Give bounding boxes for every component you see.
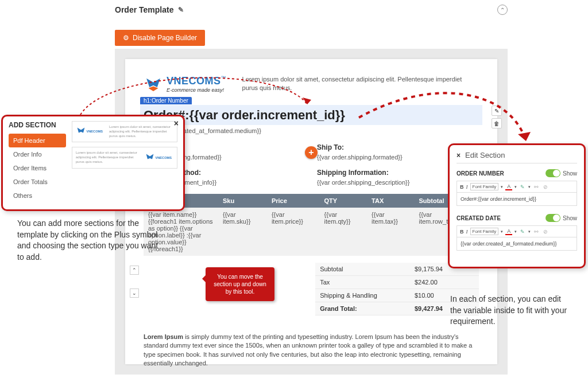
font-family-select[interactable]: Font Family [470, 228, 499, 235]
bold-button[interactable]: B [460, 184, 464, 190]
annotation-arrow-icon [356, 75, 540, 157]
preview-text: Lorem ipsum dolor sit amet, consectetur … [76, 151, 140, 164]
subtotal-label: Subtotal [315, 263, 410, 276]
add-section-item-order-totals[interactable]: Order Totals [9, 175, 66, 189]
chevron-down-icon[interactable]: ▾ [514, 229, 517, 234]
move-tooltip: You can move the section up and down by … [206, 267, 274, 301]
move-up-button[interactable]: ⌃ [130, 266, 139, 275]
svg-text:VNECOMS: VNECOMS [87, 130, 103, 133]
add-section-item-pdf-header[interactable]: Pdf Header [9, 134, 66, 147]
footer-lorem-text: is simply dummy text of the printing and… [144, 333, 472, 366]
chevron-down-icon[interactable]: ▾ [501, 185, 503, 189]
footer-lorem: Lorem Ipsum is simply dummy text of the … [144, 333, 479, 368]
grand-total-label: Grand Total: [315, 302, 410, 315]
svg-text:VNECOMS: VNECOMS [156, 155, 172, 159]
toggle-switch-icon [546, 169, 560, 177]
field-created-date: CREATED DATE Show B I Font Family ▾ A ▾ … [457, 214, 577, 251]
add-section-item-order-info[interactable]: Order Info [9, 147, 66, 161]
add-section-panel: × ADD SECTION Pdf Header Order Info Orde… [1, 115, 185, 211]
add-section-title: ADD SECTION [9, 121, 66, 129]
chevron-down-icon[interactable]: ▾ [528, 185, 531, 189]
col-sku: Sku [218, 194, 267, 208]
footer-lorem-bold: Lorem Ipsum [144, 333, 183, 340]
add-section-button-mid[interactable]: + [305, 146, 318, 159]
svg-marker-7 [518, 132, 531, 141]
show-label: Show [563, 215, 577, 221]
caption-add-section: You can add more sections for the templa… [17, 218, 167, 263]
add-section-item-order-items[interactable]: Order Items [9, 161, 66, 175]
annotation-arrow-icon [75, 63, 316, 128]
chevron-down-icon[interactable]: ▾ [501, 229, 503, 234]
totals-block: Subtotal$9,175.94 Tax$242.00 Shipping & … [144, 263, 479, 315]
table-row: {{var item.name}} {{foreach1 item.option… [144, 208, 479, 256]
cell-qty: {{var item.qty}} [320, 208, 367, 256]
shipping-label: Shipping & Handling [315, 289, 410, 302]
field-name: ORDER NUMBER [457, 170, 504, 177]
disable-page-builder-button[interactable]: ⚙ Disable Page Builder [115, 30, 205, 46]
font-family-select[interactable]: Font Family [470, 183, 499, 190]
tax-value: $242.00 [410, 276, 479, 289]
field-name: CREATED DATE [457, 215, 501, 221]
code-button[interactable]: ⊘ [542, 228, 549, 235]
cell-price: {{var item.price}} [267, 208, 320, 256]
svg-marker-4 [146, 154, 154, 159]
cell-sku: {{var item.sku}} [218, 208, 267, 256]
italic-button[interactable]: I [466, 229, 468, 235]
rich-text-editor[interactable]: Order#:{{var order.increment_id}} [457, 192, 577, 206]
toggle-switch-icon [546, 214, 560, 222]
move-down-button[interactable]: ⌄ [130, 288, 139, 298]
code-button[interactable]: ⊘ [542, 184, 549, 190]
gear-icon: ⚙ [123, 34, 129, 42]
chevron-down-icon[interactable]: ▾ [514, 185, 517, 189]
caption-edit-section: In each of section, you can edit the var… [450, 294, 571, 327]
cell-tax: {{var item.tax}} [367, 208, 414, 256]
col-tax: TAX [367, 194, 414, 208]
show-toggle[interactable]: Show [546, 214, 577, 222]
italic-button[interactable]: I [466, 184, 468, 190]
text-color-button[interactable]: A [505, 228, 512, 235]
edit-title-icon[interactable]: ✎ [178, 6, 184, 14]
rich-text-editor[interactable]: {{var order.created_at_formated.medium}} [457, 237, 577, 251]
tax-label: Tax [315, 276, 410, 289]
highlight-button[interactable]: ✎ [519, 228, 526, 235]
payment-shipping-columns: Payment Method: {{var order.payment_info… [144, 169, 479, 186]
page-title: Order Template ✎ [115, 5, 184, 14]
page-title-text: Order Template [115, 5, 173, 14]
move-controls-totals: ⌃ ⌄ [130, 266, 139, 298]
preview-card[interactable]: VNECOMS Lorem ipsum dolor sit amet, cons… [72, 147, 177, 168]
text-color-button[interactable]: A [505, 184, 512, 190]
link-button[interactable]: ⚯ [533, 228, 540, 235]
highlight-button[interactable]: ✎ [519, 184, 526, 190]
field-order-number: ORDER NUMBER Show B I Font Family ▾ A ▾ … [457, 169, 577, 206]
collapse-icon[interactable]: ⌃ [497, 5, 508, 15]
show-label: Show [563, 170, 577, 177]
rich-text-toolbar: B I Font Family ▾ A ▾ ✎ ▾ ⚯ ⊘ [457, 225, 577, 237]
bold-button[interactable]: B [460, 229, 464, 235]
col-qty: QTY [320, 194, 367, 208]
svg-marker-6 [303, 98, 311, 104]
link-button[interactable]: ⚯ [533, 184, 540, 190]
items-table: Name Sku Price QTY TAX Subtotal {{var it… [144, 194, 479, 256]
edit-section-panel: × Edit Section ORDER NUMBER Show B I Fon… [448, 143, 586, 268]
svg-marker-2 [78, 128, 85, 133]
rich-text-toolbar: B I Font Family ▾ A ▾ ✎ ▾ ⚯ ⊘ [457, 181, 577, 192]
show-toggle[interactable]: Show [546, 169, 577, 177]
col-price: Price [267, 194, 320, 208]
disable-page-builder-label: Disable Page Builder [133, 34, 197, 42]
add-section-item-others[interactable]: Others [9, 189, 66, 202]
chevron-down-icon[interactable]: ▾ [528, 229, 531, 234]
